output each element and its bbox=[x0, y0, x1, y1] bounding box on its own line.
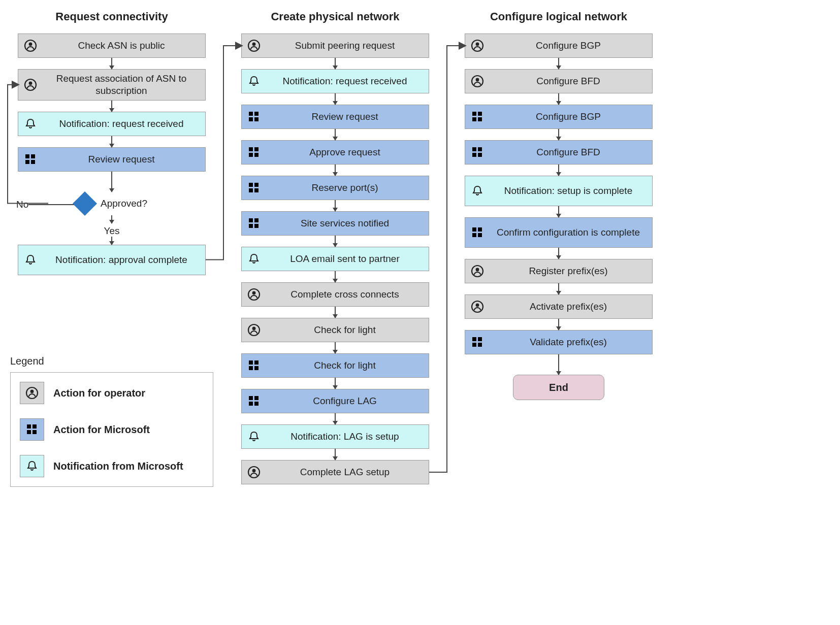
arrow-down bbox=[335, 58, 336, 69]
step-register-prefixes: Register prefix(es) bbox=[465, 259, 653, 283]
step-label: Complete LAG setup bbox=[266, 463, 429, 481]
step-check-light-ms: Check for light bbox=[241, 353, 429, 378]
step-request-association: Request association of ASN to subscripti… bbox=[18, 69, 206, 101]
arrow-down bbox=[335, 342, 336, 353]
arrow-down bbox=[335, 93, 336, 105]
step-activate-prefixes: Activate prefix(es) bbox=[465, 294, 653, 319]
arrow-down bbox=[335, 378, 336, 389]
column-title: Request connectivity bbox=[55, 10, 168, 23]
step-label: Review request bbox=[43, 150, 205, 169]
step-label: Review request bbox=[266, 108, 429, 126]
step-label: Activate prefix(es) bbox=[490, 298, 652, 316]
microsoft-icon bbox=[18, 153, 43, 166]
microsoft-icon bbox=[242, 146, 266, 159]
step-configure-bgp-op: Configure BGP bbox=[465, 34, 653, 58]
user-icon bbox=[18, 39, 43, 52]
user-icon bbox=[242, 288, 266, 301]
step-review-request: Review request bbox=[18, 147, 206, 172]
step-label: Notification: LAG is setup bbox=[266, 427, 429, 446]
step-label: Notification: approval complete bbox=[43, 251, 205, 269]
legend-label: Action for Microsoft bbox=[53, 424, 150, 436]
step-notification-approval: Notification: approval complete bbox=[18, 245, 206, 275]
step-site-services: Site services notified bbox=[241, 211, 429, 236]
step-label: Check for light bbox=[266, 321, 429, 339]
end-label: End bbox=[549, 382, 568, 393]
step-label: Approve request bbox=[266, 143, 429, 161]
arrow-down bbox=[558, 248, 559, 259]
legend-title: Legend bbox=[10, 355, 213, 367]
step-notification-received: Notification: request received bbox=[18, 112, 206, 136]
bell-icon bbox=[465, 184, 490, 198]
decision-yes-label: Yes bbox=[104, 225, 120, 237]
step-label: Notification: setup is complete bbox=[490, 182, 652, 200]
step-label: Request association of ASN to subscripti… bbox=[43, 70, 205, 100]
user-icon bbox=[18, 78, 43, 91]
step-label: Notification: request received bbox=[43, 115, 205, 133]
step-label: Site services notified bbox=[266, 214, 429, 233]
column-title: Configure logical network bbox=[490, 10, 627, 23]
step-configure-bfd-op: Configure BFD bbox=[465, 69, 653, 93]
user-icon bbox=[242, 466, 266, 479]
step-reserve-ports: Reserve port(s) bbox=[241, 176, 429, 200]
arrow-down bbox=[111, 215, 112, 223]
decision-no-label: No bbox=[16, 199, 28, 210]
user-icon bbox=[20, 382, 44, 404]
arrow-down bbox=[335, 165, 336, 176]
arrow-down bbox=[558, 129, 559, 140]
bell-icon bbox=[18, 253, 43, 267]
arrow-down bbox=[558, 165, 559, 176]
step-label: Reserve port(s) bbox=[266, 179, 429, 197]
bell-icon bbox=[242, 252, 266, 266]
arrow-down bbox=[111, 172, 112, 192]
arrow-down bbox=[111, 58, 112, 69]
arrow-down bbox=[558, 206, 559, 217]
arrow-down bbox=[335, 236, 336, 247]
step-complete-lag-setup: Complete LAG setup bbox=[241, 460, 429, 484]
arrow-down bbox=[335, 271, 336, 282]
legend: Legend Action for operator Action for Mi… bbox=[10, 355, 213, 487]
bell-icon bbox=[242, 75, 266, 88]
user-icon bbox=[465, 300, 490, 313]
end-terminal: End bbox=[513, 375, 604, 400]
step-label: Register prefix(es) bbox=[490, 262, 652, 280]
step-notification-setup-complete: Notification: setup is complete bbox=[465, 176, 653, 206]
arrow-down bbox=[558, 283, 559, 294]
arrow-down bbox=[335, 129, 336, 140]
step-submit-peering: Submit peering request bbox=[241, 34, 429, 58]
step-validate-prefixes: Validate prefix(es) bbox=[465, 330, 653, 354]
arrow-down bbox=[558, 354, 559, 375]
arrow-down bbox=[335, 449, 336, 460]
column-configure-logical-network: Configure logical network Configure BGP … bbox=[457, 10, 660, 400]
microsoft-icon bbox=[20, 418, 44, 441]
step-label: Complete cross connects bbox=[266, 285, 429, 304]
step-configure-lag: Configure LAG bbox=[241, 389, 429, 413]
user-icon bbox=[465, 265, 490, 278]
legend-label: Notification from Microsoft bbox=[53, 460, 183, 472]
legend-row-operator: Action for operator bbox=[20, 382, 204, 404]
step-label: Check for light bbox=[266, 356, 429, 375]
step-confirm-configuration: Confirm configuration is complete bbox=[465, 217, 653, 248]
step-loa-email: LOA email sent to partner bbox=[241, 247, 429, 271]
microsoft-icon bbox=[242, 359, 266, 372]
decision-approved: No Approved? bbox=[76, 195, 147, 212]
arrow-down bbox=[558, 93, 559, 105]
microsoft-icon bbox=[242, 394, 266, 408]
microsoft-icon bbox=[242, 181, 266, 194]
decision-label: Approved? bbox=[101, 198, 147, 209]
arrow-down bbox=[111, 136, 112, 147]
step-approve-request: Approve request bbox=[241, 140, 429, 165]
step-label: Submit peering request bbox=[266, 37, 429, 55]
microsoft-icon bbox=[465, 226, 490, 239]
column-title: Create physical network bbox=[271, 10, 399, 23]
arrow-down bbox=[558, 319, 559, 330]
arrow-down bbox=[111, 101, 112, 112]
column-request-connectivity: Request connectivity Check ASN is public… bbox=[10, 10, 213, 275]
step-check-light-op: Check for light bbox=[241, 318, 429, 342]
microsoft-icon bbox=[465, 336, 490, 349]
arrow-down bbox=[335, 413, 336, 424]
step-check-asn: Check ASN is public bbox=[18, 34, 206, 58]
microsoft-icon bbox=[465, 146, 490, 159]
step-label: Confirm configuration is complete bbox=[490, 223, 652, 242]
step-label: LOA email sent to partner bbox=[266, 250, 429, 268]
bell-icon bbox=[242, 430, 266, 443]
